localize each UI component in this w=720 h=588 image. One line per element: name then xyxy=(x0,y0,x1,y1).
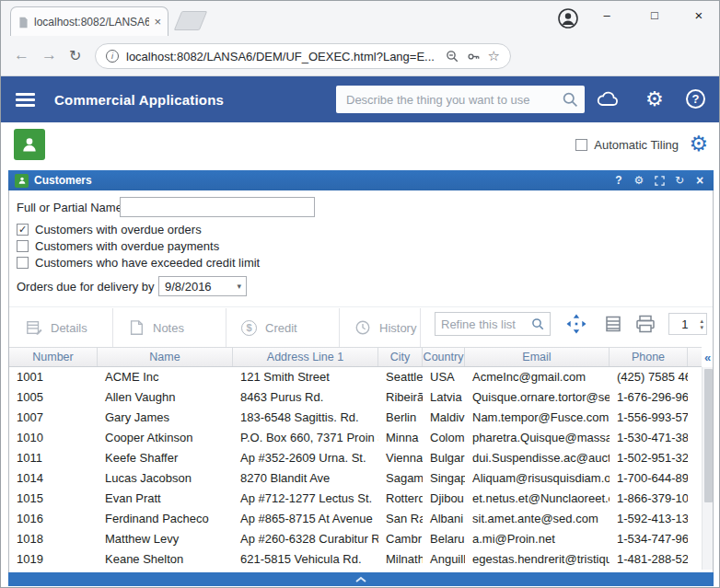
column-header-address[interactable]: Address Line 1 xyxy=(233,348,378,366)
tiling-settings-gear-icon[interactable]: ⚙ xyxy=(689,132,708,156)
column-header-phone[interactable]: Phone xyxy=(610,348,688,366)
print-icon[interactable] xyxy=(635,315,656,333)
collapse-up-icon[interactable] xyxy=(354,576,367,583)
spin-up-icon[interactable]: ▴ xyxy=(700,317,703,324)
collapse-columns-icon[interactable]: « xyxy=(702,347,714,367)
panel-settings-icon[interactable]: ⚙ xyxy=(632,173,646,188)
app-search-input[interactable] xyxy=(344,92,562,108)
app-search-icon[interactable] xyxy=(562,91,579,109)
column-header-country[interactable]: Country xyxy=(423,348,465,366)
credit-limit-checkbox[interactable] xyxy=(17,257,29,269)
panel-help-icon[interactable]: ? xyxy=(611,173,626,188)
table-cell: Nam.tempor@Fusce.com xyxy=(465,408,610,428)
page-info-icon[interactable]: i xyxy=(106,50,119,63)
maximize-button[interactable]: □ xyxy=(634,1,675,29)
overdue-orders-checkbox[interactable]: ✓ xyxy=(17,224,29,236)
panel-titlebar[interactable]: Customers ? ⚙ ↻ × xyxy=(8,170,714,190)
delivery-date-value: 9/8/2016 xyxy=(159,280,237,294)
table-cell: AcmeInc@gmail.com xyxy=(465,367,610,387)
bookmark-star-icon[interactable]: ☆ xyxy=(488,48,500,64)
table-row[interactable]: 1005Allen Vaughn8463 Purus Rd.RibeirãLat… xyxy=(9,387,702,408)
page-spinner-arrows[interactable]: ▴ ▾ xyxy=(700,317,706,330)
table-cell: P.O. Box 660, 7371 Proin St. xyxy=(233,428,378,448)
zoom-icon[interactable] xyxy=(446,50,459,63)
profile-icon[interactable] xyxy=(557,7,579,29)
table-cell: Ap #352-2609 Urna. St. xyxy=(233,448,378,468)
refine-list-box[interactable] xyxy=(435,312,551,336)
reload-icon[interactable]: ↻ xyxy=(69,47,81,64)
table-cell xyxy=(688,489,702,509)
list-view-icon[interactable] xyxy=(604,314,622,334)
settings-gear-icon[interactable]: ⚙ xyxy=(645,87,664,111)
spin-down-icon[interactable]: ▾ xyxy=(700,324,703,330)
table-row[interactable]: 1018Matthew LevyAp #260-6328 Curabitur R… xyxy=(9,529,702,549)
key-icon[interactable] xyxy=(467,50,481,63)
page-spinner[interactable]: 1 ▴ ▾ xyxy=(668,313,707,335)
hamburger-menu-icon[interactable] xyxy=(16,93,35,107)
panel-close-icon[interactable]: × xyxy=(692,173,707,188)
table-row[interactable]: 1019Keane Shelton621-5815 Vehicula Rd.Mi… xyxy=(9,549,702,570)
help-icon[interactable]: ? xyxy=(686,89,705,109)
table-row[interactable]: 1010Cooper AtkinsonP.O. Box 660, 7371 Pr… xyxy=(9,428,702,448)
scrollbar-thumb[interactable] xyxy=(704,369,713,502)
overdue-orders-row[interactable]: ✓ Customers with overdue orders xyxy=(17,223,202,236)
tab-notes[interactable]: Notes xyxy=(113,308,226,347)
table-cell: Gary James xyxy=(98,408,233,428)
table-cell: Ribeirã xyxy=(378,387,423,408)
panel-maximize-icon[interactable] xyxy=(652,173,667,188)
name-filter-input[interactable] xyxy=(120,197,315,217)
app-search-box[interactable] xyxy=(336,86,585,113)
table-cell: Keane Shelton xyxy=(98,549,233,570)
delivery-date-picker[interactable]: 9/8/2016 ▾ xyxy=(158,276,247,296)
refine-search-icon[interactable] xyxy=(531,317,550,331)
table-row[interactable]: 1001ACME Inc121 Smith StreetSeattleUSAAc… xyxy=(9,367,702,387)
column-header-city[interactable]: City xyxy=(378,348,423,366)
column-header-name[interactable]: Name xyxy=(98,348,233,366)
tab-details[interactable]: Details xyxy=(11,308,113,347)
close-button[interactable]: × xyxy=(679,1,719,29)
table-cell: 8463 Purus Rd. xyxy=(233,387,378,408)
overdue-payments-row[interactable]: Customers with overdue payments xyxy=(17,239,219,253)
overdue-payments-checkbox[interactable] xyxy=(17,240,29,252)
table-row[interactable]: 1015Evan PrattAp #712-1277 Lectus St.Rot… xyxy=(9,489,702,509)
customers-launcher-icon[interactable] xyxy=(14,129,45,160)
browser-window: localhost:8082/LANSA6/ × – □ × ← → ↻ i l… xyxy=(0,0,720,588)
table-cell: Belaru xyxy=(423,529,465,549)
table-row[interactable]: 1007Gary James183-6548 Sagittis. Rd.Berl… xyxy=(9,408,702,428)
table-cell: sit.amet.ante@sed.com xyxy=(465,509,610,529)
back-icon[interactable]: ← xyxy=(14,46,29,64)
automatic-tiling-checkbox[interactable] xyxy=(575,139,587,151)
forward-icon[interactable]: → xyxy=(41,46,57,64)
minimize-button[interactable]: – xyxy=(586,1,627,29)
tab-details-label: Details xyxy=(51,321,87,335)
table-cell: Matthew Levy xyxy=(98,529,233,549)
table-cell: Minna xyxy=(378,428,423,448)
cloud-icon[interactable] xyxy=(596,88,620,110)
tab-close-icon[interactable]: × xyxy=(154,15,161,29)
tab-credit[interactable]: $ Credit xyxy=(226,308,340,347)
browser-tab[interactable]: localhost:8082/LANSA6/ × xyxy=(10,6,168,36)
table-row[interactable]: 1014Lucas Jacobson8270 Blandit AveSagamS… xyxy=(9,468,702,489)
table-scrollbar[interactable] xyxy=(702,367,714,570)
new-tab-button[interactable] xyxy=(174,11,207,30)
column-header-email[interactable]: Email xyxy=(465,348,610,366)
refine-list-input[interactable] xyxy=(435,317,531,331)
address-bar[interactable]: i localhost:8082/LANSA6/DEM/UF_OEXEC.htm… xyxy=(95,43,511,69)
table-cell: Evan Pratt xyxy=(98,489,233,509)
table-cell: (425) 7585 46 xyxy=(610,367,688,387)
table-cell: USA xyxy=(423,367,465,387)
tab-history[interactable]: History xyxy=(340,308,421,347)
table-cell: 1014 xyxy=(9,468,98,489)
overdue-orders-label: Customers with overdue orders xyxy=(35,223,202,236)
panel-refresh-icon[interactable]: ↻ xyxy=(672,173,687,188)
move-arrows-icon[interactable] xyxy=(565,313,587,335)
table-cell: Aliquam@risusquisdiam.org xyxy=(465,468,610,489)
credit-limit-row[interactable]: Customers who have exceeded credit limit xyxy=(17,256,260,270)
table-row[interactable]: 1016Ferdinand PachecoAp #865-8715 At Ave… xyxy=(9,509,702,529)
table-cell xyxy=(688,509,702,529)
table-row[interactable]: 1011Keefe ShafferAp #352-2609 Urna. St.V… xyxy=(9,448,702,468)
url-text[interactable]: localhost:8082/LANSA6/DEM/UF_OEXEC.html?… xyxy=(126,50,438,63)
date-caret-down-icon[interactable]: ▾ xyxy=(237,282,246,291)
automatic-tiling-control[interactable]: Automatic Tiling xyxy=(575,122,679,167)
column-header-number[interactable]: Number xyxy=(9,348,98,366)
